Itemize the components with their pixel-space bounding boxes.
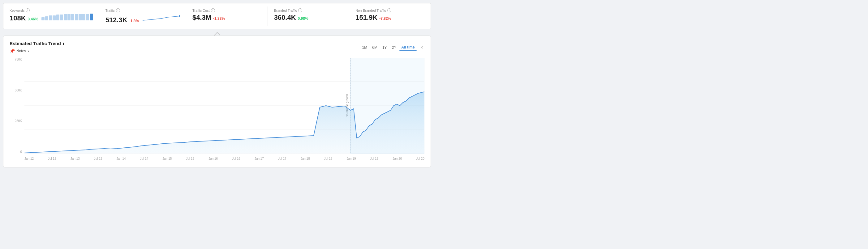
non-branded-traffic-label: Non-Branded Traffic i: [355, 8, 425, 12]
non-branded-traffic-metric: Non-Branded Traffic i 151.9K -7.82%: [349, 6, 431, 26]
bar-5: [56, 14, 59, 21]
keywords-change: 3.46%: [28, 17, 38, 21]
x-label-jul12: Jul 12: [48, 157, 56, 161]
time-filter-2y[interactable]: 2Y: [390, 44, 398, 51]
x-axis: Jan 12 Jul 12 Jan 13 Jul 13 Jan 14 Jul 1…: [25, 154, 425, 163]
bar-12: [82, 14, 85, 21]
bar-1: [41, 17, 44, 21]
x-label-jan19: Jan 19: [346, 157, 356, 161]
x-label-jan16: Jan 16: [209, 157, 218, 161]
chart-header: Estimated Traffic Trend i 📌 Notes ▾ 1M 6…: [9, 41, 425, 54]
traffic-info-icon[interactable]: i: [116, 8, 120, 12]
bar-10: [75, 14, 78, 21]
metrics-bar: Keywords i 108K 3.46%: [3, 3, 431, 29]
time-filter-6m[interactable]: 6M: [370, 44, 379, 51]
notes-button[interactable]: 📌 Notes ▾: [9, 48, 64, 54]
x-label-jul15: Jul 15: [186, 157, 194, 161]
traffic-value: 512.3K: [105, 16, 127, 24]
time-filter-1y[interactable]: 1Y: [380, 44, 389, 51]
y-axis: 750K 500K 250K 0: [9, 58, 25, 153]
traffic-cost-value: $4.3M: [192, 13, 211, 22]
traffic-cost-label: Traffic Cost i: [192, 8, 261, 12]
branded-traffic-change: 0.98%: [298, 16, 308, 21]
x-label-jul19: Jul 19: [370, 157, 379, 161]
x-label-jan20: Jan 20: [393, 157, 402, 161]
bar-8: [67, 14, 70, 21]
branded-traffic-label: Branded Traffic i: [274, 8, 343, 12]
bar-14-active: [90, 13, 93, 21]
x-label-jan18: Jan 18: [301, 157, 310, 161]
bar-13: [86, 14, 89, 21]
traffic-cost-change: -1.33%: [213, 16, 225, 21]
x-label-jul18: Jul 18: [324, 157, 333, 161]
y-label-0: 0: [20, 150, 22, 153]
traffic-label: Traffic i: [105, 8, 180, 12]
notes-pin-icon: 📌: [9, 48, 15, 54]
x-label-jul13: Jul 13: [94, 157, 102, 161]
chart-panel: Estimated Traffic Trend i 📌 Notes ▾ 1M 6…: [3, 36, 431, 168]
chevron-down-icon: ▾: [28, 49, 29, 53]
y-label-750k: 750K: [15, 58, 22, 61]
time-filter-alltime[interactable]: All time: [399, 44, 416, 51]
bar-11: [79, 14, 82, 21]
non-branded-traffic-info-icon[interactable]: i: [387, 8, 391, 12]
y-label-250k: 250K: [15, 119, 22, 122]
branded-traffic-metric: Branded Traffic i 360.4K 0.98%: [268, 6, 349, 26]
chart-title: Estimated Traffic Trend i: [9, 41, 64, 46]
bar-3: [49, 15, 52, 21]
bar-9: [71, 14, 74, 21]
keywords-label: Keywords i: [9, 8, 93, 12]
branded-traffic-value: 360.4K: [274, 13, 296, 22]
keywords-value: 108K: [9, 14, 26, 22]
x-label-jul16: Jul 16: [232, 157, 240, 161]
y-label-500k: 500K: [15, 88, 22, 92]
non-branded-traffic-change: -7.82%: [379, 16, 391, 21]
chart-svg-container: Database growth: [25, 58, 425, 153]
x-label-jan17: Jan 17: [255, 157, 264, 161]
keywords-info-icon[interactable]: i: [26, 8, 30, 12]
close-button[interactable]: ×: [419, 45, 425, 50]
non-branded-traffic-value: 151.9K: [355, 13, 377, 22]
time-filters: 1M 6M 1Y 2Y All time: [361, 44, 417, 51]
branded-traffic-info-icon[interactable]: i: [298, 8, 302, 12]
keywords-sparkbar: [41, 13, 93, 21]
bar-2: [45, 16, 48, 21]
x-label-jan13: Jan 13: [70, 157, 80, 161]
traffic-cost-info-icon[interactable]: i: [211, 8, 215, 12]
x-label-jul20: Jul 20: [416, 157, 425, 161]
x-label-jan15: Jan 15: [162, 157, 172, 161]
x-label-jan14: Jan 14: [117, 157, 126, 161]
traffic-sparkline: [143, 13, 180, 22]
bar-7: [64, 14, 67, 21]
expand-caret-icon[interactable]: [214, 32, 220, 36]
traffic-change: -1.8%: [129, 19, 139, 23]
x-label-jan12: Jan 12: [25, 157, 34, 161]
bar-4: [53, 15, 56, 21]
bar-6: [60, 14, 63, 21]
x-label-jul17: Jul 17: [278, 157, 286, 161]
keywords-metric: Keywords i 108K 3.46%: [3, 6, 99, 26]
notes-label: Notes: [17, 49, 26, 53]
chart-svg: Database growth: [25, 58, 425, 153]
chart-info-icon[interactable]: i: [63, 41, 64, 46]
x-label-jul14: Jul 14: [140, 157, 149, 161]
traffic-cost-metric: Traffic Cost i $4.3M -1.33%: [186, 6, 268, 26]
svg-point-0: [179, 15, 180, 17]
traffic-metric: Traffic i 512.3K -1.8%: [99, 6, 186, 26]
chart-area: 750K 500K 250K 0 Database growth: [9, 58, 425, 163]
time-filter-1m[interactable]: 1M: [361, 44, 369, 51]
